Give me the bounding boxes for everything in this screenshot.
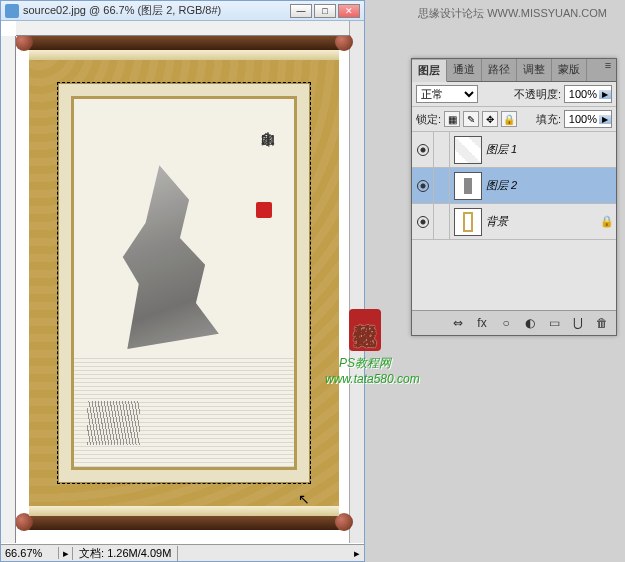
link-cell[interactable]	[434, 132, 450, 167]
scroll-band-bottom	[29, 506, 339, 516]
blend-opacity-row: 正常 不透明度: ▶	[412, 82, 616, 107]
scroll-rod-top	[23, 36, 345, 50]
watermark-seal	[349, 309, 381, 351]
layers-list: 图层 1图层 2背景🔒	[412, 132, 616, 310]
eye-icon	[417, 144, 429, 156]
panel-tabs: 图层 通道 路径 调整 蒙版 ≡	[412, 59, 616, 82]
layer-thumbnail[interactable]	[454, 208, 482, 236]
visibility-toggle[interactable]	[412, 168, 434, 203]
blend-mode-select[interactable]: 正常	[416, 85, 478, 103]
trash-icon[interactable]: 🗑	[592, 314, 612, 332]
lock-transparent-icon[interactable]: ▦	[444, 111, 460, 127]
chevron-right-icon[interactable]: ▶	[599, 90, 611, 99]
ruler-vertical[interactable]	[1, 36, 16, 543]
new-layer-icon[interactable]: ⋃	[568, 314, 588, 332]
tab-channels[interactable]: 通道	[447, 59, 482, 81]
credit-text: 思缘设计论坛 WWW.MISSYUAN.COM	[418, 6, 607, 21]
maximize-button[interactable]: □	[314, 4, 336, 18]
doc-info[interactable]: 文档: 1.26M/4.09M	[73, 546, 178, 561]
add-mask-icon[interactable]: ○	[496, 314, 516, 332]
layer-row[interactable]: 背景🔒	[412, 204, 616, 240]
status-bar: 66.67% ▸ 文档: 1.26M/4.09M ▸	[1, 544, 364, 561]
layer-thumbnail[interactable]	[454, 136, 482, 164]
ruler-horizontal[interactable]	[16, 21, 349, 36]
new-group-icon[interactable]: ▭	[544, 314, 564, 332]
layer-row[interactable]: 图层 2	[412, 168, 616, 204]
fill-label: 填充:	[536, 112, 561, 127]
layer-fx-icon[interactable]: fx	[472, 314, 492, 332]
doc-info-value: 1.26M/4.09M	[107, 547, 171, 559]
scroll-band-top	[29, 50, 339, 60]
minimize-button[interactable]: —	[290, 4, 312, 18]
tab-layers[interactable]: 图层	[412, 60, 447, 82]
visibility-toggle[interactable]	[412, 132, 434, 167]
chevron-right-icon[interactable]: ▶	[599, 115, 611, 124]
doc-info-label: 文档:	[79, 547, 104, 559]
status-expand-icon[interactable]: ▸	[350, 547, 364, 560]
opacity-label: 不透明度:	[514, 87, 561, 102]
ink-painting	[74, 99, 294, 467]
lock-icon: 🔒	[598, 215, 616, 228]
adjustment-layer-icon[interactable]: ◐	[520, 314, 540, 332]
scrollbar-vertical[interactable]	[349, 21, 364, 543]
eye-icon	[417, 216, 429, 228]
eye-icon	[417, 180, 429, 192]
canvas[interactable]: 印象山水	[29, 36, 339, 530]
opacity-input[interactable]: ▶	[564, 85, 612, 103]
document-window: source02.jpg @ 66.7% (图层 2, RGB/8#) — □ …	[0, 0, 365, 562]
tab-adjust[interactable]: 调整	[517, 59, 552, 81]
watermark-line1: PS教程网	[325, 355, 405, 372]
lock-label: 锁定:	[416, 112, 441, 127]
link-cell[interactable]	[434, 168, 450, 203]
lock-fill-row: 锁定: ▦ ✎ ✥ 🔒 填充: ▶	[412, 107, 616, 132]
fill-input[interactable]: ▶	[564, 110, 612, 128]
layer-name[interactable]: 图层 2	[486, 178, 598, 193]
tab-paths[interactable]: 路径	[482, 59, 517, 81]
layer-thumbnail[interactable]	[454, 172, 482, 200]
window-title: source02.jpg @ 66.7% (图层 2, RGB/8#)	[23, 3, 290, 18]
panel-menu-icon[interactable]: ≡	[600, 59, 616, 81]
painting-frame: 印象山水	[71, 96, 297, 470]
panel-footer: ⇔ fx ○ ◐ ▭ ⋃ 🗑	[412, 310, 616, 335]
app-icon	[5, 4, 19, 18]
scroll-mat: 印象山水	[57, 82, 311, 484]
watermark: 他处我帮你缘 PS教程网 www.tata580.com	[325, 305, 405, 386]
close-button[interactable]: ✕	[338, 4, 360, 18]
watermark-line2: www.tata580.com	[325, 372, 405, 386]
layer-name[interactable]: 图层 1	[486, 142, 598, 157]
link-cell[interactable]	[434, 204, 450, 239]
seal-stamp	[256, 202, 272, 218]
layer-name[interactable]: 背景	[486, 214, 598, 229]
titlebar[interactable]: source02.jpg @ 66.7% (图层 2, RGB/8#) — □ …	[1, 1, 364, 21]
zoom-field[interactable]: 66.67%	[1, 547, 59, 559]
tab-mask[interactable]: 蒙版	[552, 59, 587, 81]
layers-panel: 图层 通道 路径 调整 蒙版 ≡ 正常 不透明度: ▶ 锁定: ▦ ✎	[411, 58, 617, 336]
layer-row[interactable]: 图层 1	[412, 132, 616, 168]
zoom-arrow-icon[interactable]: ▸	[59, 547, 73, 560]
lock-pixels-icon[interactable]: ✎	[463, 111, 479, 127]
lock-all-icon[interactable]: 🔒	[501, 111, 517, 127]
visibility-toggle[interactable]	[412, 204, 434, 239]
scroll-rod-bottom	[23, 516, 345, 530]
link-layers-icon[interactable]: ⇔	[448, 314, 468, 332]
lock-position-icon[interactable]: ✥	[482, 111, 498, 127]
